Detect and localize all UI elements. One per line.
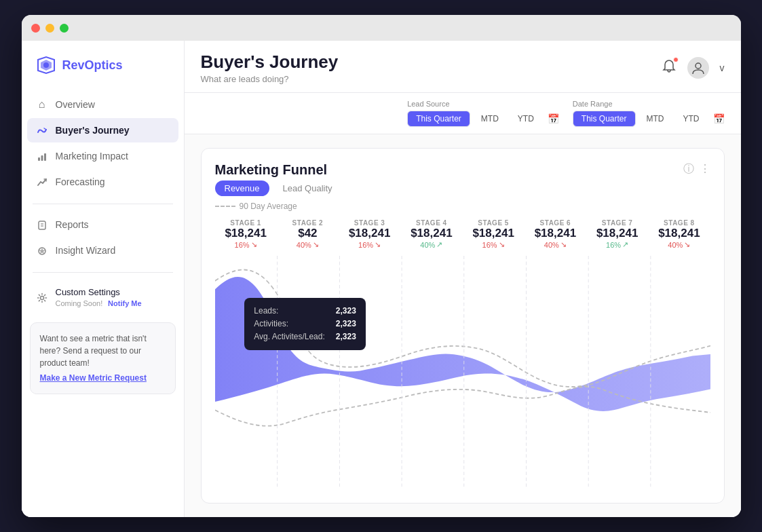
page-title: Buyer's Journey [201, 52, 339, 73]
stage-change-3: 16% ↘ [341, 240, 398, 249]
sidebar: RevOptics ⌂ Overview Buyer's Journey [22, 41, 185, 517]
tooltip-activities-label: Activities: [254, 318, 288, 330]
date-range-controls: This Quarter MTD YTD 📅 [573, 111, 725, 127]
metric-request-link[interactable]: Make a New Metric Request [40, 372, 166, 384]
stage-change-8: 40% ↘ [651, 240, 707, 249]
stage-change-6: 40% ↘ [527, 240, 584, 249]
avg-label-area: 90 Day Average [215, 202, 710, 211]
stage-change-4: 40% ↗ [403, 240, 459, 249]
lead-source-calendar-icon[interactable]: 📅 [548, 113, 559, 124]
chart-info-icon[interactable]: ⓘ [683, 162, 694, 176]
user-avatar-button[interactable] [687, 57, 709, 79]
svg-point-11 [696, 63, 701, 69]
sidebar-item-reports-label: Reports [56, 219, 89, 230]
tab-lead-quality[interactable]: Lead Quality [273, 180, 342, 196]
browser-window: RevOptics ⌂ Overview Buyer's Journey [22, 15, 741, 517]
sidebar-item-overview[interactable]: ⌂ Overview [27, 92, 178, 117]
tooltip-leads-value: 2,323 [336, 305, 356, 318]
main-content: Buyer's Journey What are leads doing? [185, 41, 741, 517]
date-range-this-quarter-btn[interactable]: This Quarter [573, 111, 636, 127]
reports-icon [35, 218, 49, 231]
lead-source-mtd-btn[interactable]: MTD [473, 111, 507, 126]
chart-container: Marketing Funnel Revenue Lead Quality ⓘ … [185, 134, 741, 517]
stage-label-7: STAGE 7 [589, 219, 645, 227]
lead-source-label: Lead Source [407, 100, 449, 108]
header-actions: v [662, 57, 725, 79]
lead-source-filter: Lead Source This Quarter MTD YTD 📅 [407, 100, 559, 127]
page-subtitle: What are leads doing? [201, 74, 339, 84]
stage-value-3: $18,241 [341, 227, 398, 240]
stage-col-5: STAGE 5 $18,241 16% ↘ [463, 219, 525, 249]
svg-rect-4 [41, 155, 43, 161]
svg-rect-6 [39, 221, 45, 229]
svg-rect-5 [44, 153, 46, 161]
home-icon: ⌂ [35, 98, 49, 111]
forecasting-icon [35, 176, 49, 188]
tooltip-activities-value: 2,323 [336, 318, 356, 330]
date-range-calendar-icon[interactable]: 📅 [713, 113, 725, 124]
stage-value-5: $18,241 [465, 227, 522, 240]
stage-label-4: STAGE 4 [403, 219, 459, 227]
tooltip-avg-value: 2,323 [336, 330, 356, 343]
chart-tabs: Revenue Lead Quality [215, 180, 342, 196]
svg-point-10 [40, 297, 43, 300]
logo-rev: Rev [62, 58, 85, 72]
stage-value-2: $42 [280, 227, 336, 240]
stage-label-6: STAGE 6 [527, 219, 584, 227]
sidebar-item-marketing-impact[interactable]: Marketing Impact [27, 144, 178, 168]
sidebar-item-forecasting[interactable]: Forecasting [27, 170, 178, 194]
close-dot[interactable] [31, 24, 40, 33]
stage-col-1: STAGE 1 $18,241 16% ↘ [215, 219, 277, 249]
lead-source-this-quarter-btn[interactable]: This Quarter [407, 111, 470, 127]
avg-label-text: 90 Day Average [240, 202, 297, 211]
sidebar-item-buyers-journey-label: Buyer's Journey [56, 125, 130, 136]
funnel-area: Leads: 2,323 Activities: 2,323 Avg. Acti… [215, 256, 710, 489]
sidebar-item-insight-wizard[interactable]: Insight Wizard [27, 238, 178, 263]
chart-title: Marketing Funnel [215, 162, 342, 178]
sidebar-item-insight-wizard-label: Insight Wizard [56, 245, 116, 256]
stage-change-7: 16% ↗ [589, 240, 645, 249]
svg-point-2 [43, 62, 49, 68]
lead-source-ytd-btn[interactable]: YTD [510, 111, 542, 126]
stage-change-2: 40% ↘ [280, 240, 336, 249]
notifications-button[interactable] [662, 59, 677, 77]
stage-value-4: $18,241 [403, 227, 459, 240]
metric-request-card: Want to see a metric that isn't here? Se… [30, 322, 176, 394]
stage-col-8: STAGE 8 $18,241 40% ↘ [648, 219, 710, 249]
tooltip-avg-label: Avg. Activites/Lead: [254, 330, 325, 343]
svg-rect-3 [38, 157, 40, 161]
custom-settings-label: Custom Settings [56, 287, 142, 297]
maximize-dot[interactable] [60, 24, 69, 33]
stage-value-6: $18,241 [527, 227, 584, 240]
tab-revenue[interactable]: Revenue [215, 180, 269, 196]
chart-menu-icon[interactable]: ⋮ [700, 162, 710, 176]
stage-value-8: $18,241 [651, 227, 707, 240]
date-range-filter: Date Range This Quarter MTD YTD 📅 [573, 100, 725, 127]
date-range-ytd-btn[interactable]: YTD [675, 111, 708, 126]
page-title-area: Buyer's Journey What are leads doing? [201, 52, 339, 84]
sidebar-item-buyers-journey[interactable]: Buyer's Journey [27, 118, 178, 142]
stage-value-1: $18,241 [218, 227, 274, 240]
sidebar-item-reports[interactable]: Reports [27, 212, 178, 237]
sidebar-item-custom-settings[interactable]: Custom Settings Coming Soon! Notify Me [27, 281, 178, 314]
funnel-tooltip: Leads: 2,323 Activities: 2,323 Avg. Acti… [244, 298, 366, 351]
nav-primary: ⌂ Overview Buyer's Journey [22, 92, 184, 195]
chart-header: Marketing Funnel Revenue Lead Quality ⓘ … [215, 162, 710, 196]
nav-secondary: Reports Insight Wizard [22, 212, 184, 264]
notify-me-link[interactable]: Notify Me [108, 299, 142, 307]
logo-optics: Optics [85, 58, 123, 72]
marketing-icon [35, 150, 49, 162]
date-range-label: Date Range [573, 100, 613, 108]
lead-source-controls: This Quarter MTD YTD 📅 [407, 111, 559, 127]
chart-card: Marketing Funnel Revenue Lead Quality ⓘ … [201, 148, 725, 504]
nav-divider-2 [33, 272, 173, 273]
logo-text: RevOptics [62, 58, 123, 73]
minimize-dot[interactable] [45, 24, 54, 33]
browser-titlebar [22, 15, 741, 41]
date-range-mtd-btn[interactable]: MTD [639, 111, 672, 126]
nav-divider-1 [33, 204, 173, 204]
stage-label-1: STAGE 1 [218, 219, 274, 227]
stage-col-4: STAGE 4 $18,241 40% ↗ [400, 219, 462, 249]
app-container: RevOptics ⌂ Overview Buyer's Journey [22, 41, 741, 517]
stage-change-1: 16% ↘ [218, 240, 274, 249]
